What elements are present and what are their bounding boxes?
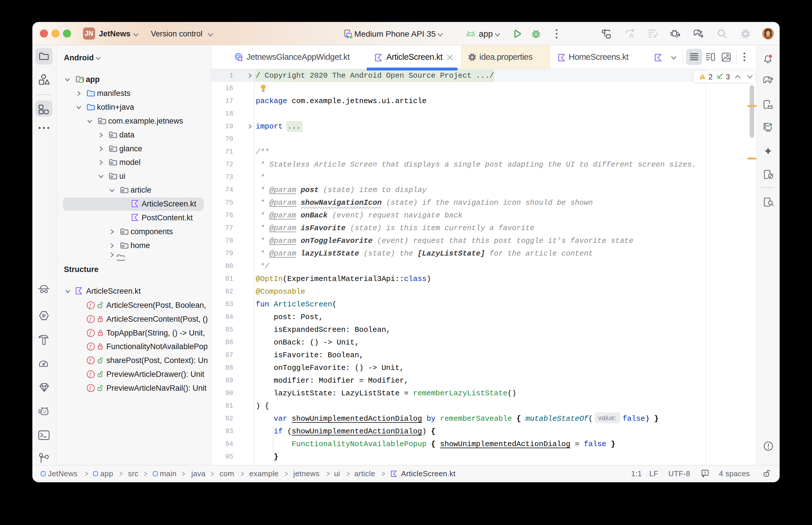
svg-text:f: f <box>89 330 92 336</box>
svg-text:A: A <box>629 32 634 40</box>
svg-text:f: f <box>89 357 92 364</box>
svg-text:f: f <box>89 371 92 378</box>
svg-text:f: f <box>89 385 92 392</box>
svg-text:f: f <box>89 316 92 322</box>
svg-text:f: f <box>89 343 92 350</box>
svg-text:f: f <box>89 302 92 309</box>
